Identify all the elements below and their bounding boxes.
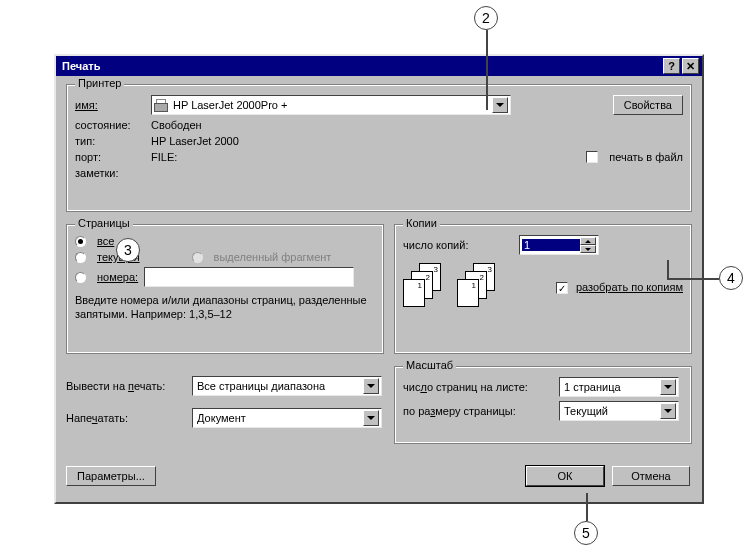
printer-state-label: состояние: [75, 119, 145, 131]
pages-per-sheet-value: 1 страница [562, 381, 660, 393]
collate-label: разобрать по копиям [576, 281, 683, 293]
chevron-down-icon[interactable] [363, 410, 379, 426]
callout-line-5 [586, 493, 588, 521]
printer-port-value: FILE: [151, 151, 177, 163]
pages-groupbox: Страницы все текущая выделенный фрагмент… [66, 224, 384, 354]
copies-count-value: 1 [522, 239, 580, 251]
copies-count-label: число копий: [403, 239, 513, 251]
callout-5: 5 [574, 521, 598, 545]
pages-per-sheet-label: число страниц на листе: [403, 381, 553, 393]
callout-line-4b [667, 260, 669, 279]
pages-numbers-radio[interactable] [75, 272, 86, 283]
help-button[interactable]: ? [663, 58, 680, 74]
pages-numbers-input[interactable] [144, 267, 354, 287]
chevron-down-icon[interactable] [363, 378, 379, 394]
printer-name-combo[interactable]: HP LaserJet 2000Pro + [151, 95, 511, 115]
scale-size-value: Текущий [562, 405, 660, 417]
scale-size-combo[interactable]: Текущий [559, 401, 679, 421]
callout-2: 2 [474, 6, 498, 30]
pages-per-sheet-combo[interactable]: 1 страница [559, 377, 679, 397]
titlebar: Печать ? ✕ [56, 56, 702, 76]
print-to-file-checkbox[interactable] [586, 151, 598, 163]
print-label: Напечатать: [66, 412, 186, 424]
callout-line-4 [667, 278, 719, 280]
callout-4: 4 [719, 266, 743, 290]
chevron-down-icon[interactable] [660, 379, 676, 395]
scale-size-label: по размеру страницы: [403, 405, 553, 417]
pages-hint: Введите номера и/или диапазоны страниц, … [75, 293, 375, 322]
spinner-up-button[interactable] [580, 237, 596, 245]
print-dialog: Печать ? ✕ Принтер имя: HP LaserJet 2000… [54, 54, 704, 504]
options-button[interactable]: Параметры... [66, 466, 156, 486]
printer-port-label: порт: [75, 151, 145, 163]
copies-groupbox: Копии число копий: 1 3 2 1 3 [394, 224, 692, 354]
pages-legend: Страницы [75, 217, 133, 229]
pages-selection-radio [192, 252, 203, 263]
printer-name-value: HP LaserJet 2000Pro + [171, 99, 492, 111]
printer-state-value: Свободен [151, 119, 202, 131]
printer-type-value: HP LaserJet 2000 [151, 135, 239, 147]
print-value: Документ [195, 412, 363, 424]
printer-type-label: тип: [75, 135, 145, 147]
chevron-down-icon[interactable] [492, 97, 508, 113]
printer-name-label: имя: [75, 99, 145, 111]
collate-icon: 3 2 1 [457, 263, 505, 311]
pages-all-label: все [97, 235, 114, 247]
print-what-label: Вывести на печать: [66, 380, 186, 392]
dialog-title: Печать [62, 60, 100, 72]
print-to-file-label: печать в файл [609, 151, 683, 163]
ok-button[interactable]: ОК [526, 466, 604, 486]
print-what-value: Все страницы диапазона [195, 380, 363, 392]
pages-current-radio[interactable] [75, 252, 86, 263]
print-combo[interactable]: Документ [192, 408, 382, 428]
properties-button[interactable]: Свойства [613, 95, 683, 115]
copies-count-spinner[interactable]: 1 [519, 235, 599, 255]
copies-legend: Копии [403, 217, 440, 229]
printer-legend: Принтер [75, 77, 124, 89]
close-button[interactable]: ✕ [682, 58, 699, 74]
pages-numbers-label: номера: [97, 271, 138, 283]
scale-legend: Масштаб [403, 359, 456, 371]
printer-notes-label: заметки: [75, 167, 145, 179]
callout-3: 3 [116, 238, 140, 262]
pages-selection-label: выделенный фрагмент [214, 251, 332, 263]
close-icon: ✕ [686, 60, 695, 73]
pages-all-radio[interactable] [75, 236, 86, 247]
cancel-button[interactable]: Отмена [612, 466, 690, 486]
scale-groupbox: Масштаб число страниц на листе: 1 страни… [394, 366, 692, 444]
collate-checkbox[interactable]: ✓ [556, 282, 568, 294]
printer-groupbox: Принтер имя: HP LaserJet 2000Pro + Свойс… [66, 84, 692, 212]
collate-icon: 3 2 1 [403, 263, 451, 311]
chevron-down-icon[interactable] [660, 403, 676, 419]
callout-line-2 [486, 30, 488, 110]
spinner-down-button[interactable] [580, 245, 596, 253]
printer-icon [154, 99, 168, 111]
print-what-combo[interactable]: Все страницы диапазона [192, 376, 382, 396]
